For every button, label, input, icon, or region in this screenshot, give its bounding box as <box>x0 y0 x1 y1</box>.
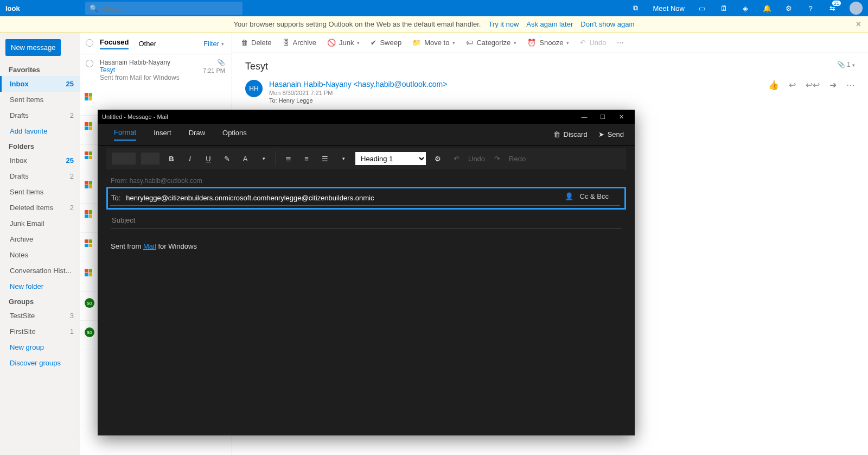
folder-deleted[interactable]: Deleted Items2 <box>0 200 80 216</box>
reply-all-icon[interactable]: ↩↩ <box>806 80 820 90</box>
new-message-button[interactable]: New message <box>5 39 61 56</box>
send-button[interactable]: ➤Send <box>598 130 624 138</box>
sidebar-item-label: FirstSite <box>10 327 36 336</box>
folder-archive[interactable]: Archive <box>0 231 80 247</box>
sidebar-item-inbox[interactable]: Inbox 25 <box>0 76 80 92</box>
discard-button[interactable]: 🗑Discard <box>553 130 588 138</box>
categorize-button[interactable]: 🏷Categorize▾ <box>466 39 516 47</box>
folder-drafts[interactable]: Drafts2 <box>0 168 80 184</box>
tab-format[interactable]: Format <box>114 128 136 141</box>
sidebar-item-label: Inbox <box>10 156 27 165</box>
action-label: Archive <box>293 39 316 47</box>
folder-sent[interactable]: Sent Items <box>0 184 80 200</box>
highlight-button[interactable]: ✎ <box>220 155 233 163</box>
add-favorite-link[interactable]: Add favorite <box>0 123 80 139</box>
maximize-button[interactable]: ☐ <box>593 110 612 124</box>
sidebar-item-sent[interactable]: Sent Items <box>0 92 80 108</box>
snooze-button[interactable]: ⏰Snooze▾ <box>527 39 569 47</box>
align-button[interactable]: ☰ <box>318 155 331 163</box>
minimize-button[interactable]: — <box>575 110 593 124</box>
subject-field[interactable]: Subject <box>111 212 622 229</box>
to-label: To: <box>111 194 120 202</box>
reply-icon[interactable]: ↩ <box>789 80 796 90</box>
filter-button[interactable]: Filter▾ <box>203 40 224 48</box>
banner-close-icon[interactable]: ✕ <box>856 20 861 28</box>
like-icon[interactable]: 👍 <box>768 80 779 90</box>
to-input[interactable] <box>126 194 619 202</box>
bullets-button[interactable]: ≣ <box>282 155 295 163</box>
calendar-icon[interactable]: 🗓 <box>719 4 728 12</box>
folder-inbox[interactable]: Inbox25 <box>0 153 80 168</box>
bell-icon[interactable]: 🔔 <box>763 4 771 12</box>
tab-focused[interactable]: Focused <box>100 38 129 49</box>
launcher-icon[interactable]: ⇆21 <box>828 4 837 12</box>
bold-button[interactable]: B <box>165 155 178 163</box>
mail-link[interactable]: Mail <box>143 242 156 250</box>
meet-now-button[interactable]: Meet Now <box>653 4 685 12</box>
teams-icon[interactable]: ▭ <box>698 4 706 12</box>
underline-button[interactable]: U <box>202 155 215 163</box>
banner-try-link[interactable]: Try it now <box>488 20 519 28</box>
groups-header[interactable]: Groups <box>0 294 80 308</box>
folder-notes[interactable]: Notes <box>0 247 80 263</box>
more-button[interactable]: ⋯ <box>617 39 624 47</box>
cc-bcc-button[interactable]: Cc & Bcc <box>580 192 609 200</box>
to-line: To: Henry Legge <box>269 97 447 104</box>
sidebar-item-drafts[interactable]: Drafts 2 <box>0 108 80 123</box>
italic-button[interactable]: I <box>183 155 196 163</box>
delete-button[interactable]: 🗑Delete <box>241 39 272 47</box>
sweep-icon: ✔ <box>371 39 376 47</box>
folder-conversation-history[interactable]: Conversation Hist... <box>0 263 80 279</box>
contacts-icon[interactable]: 👤 <box>565 192 573 200</box>
compose-body[interactable]: Sent from Mail for Windows <box>98 242 635 250</box>
undo-button[interactable]: ↶Undo <box>580 39 606 47</box>
favorites-header[interactable]: Favorites <box>0 62 80 76</box>
avatar[interactable] <box>850 2 863 15</box>
help-icon[interactable]: ? <box>806 4 815 12</box>
from-field[interactable]: From: hasy.habib@outlook.com <box>111 177 622 185</box>
undo-button[interactable]: ↶ <box>450 155 463 163</box>
gear-icon[interactable]: ⚙ <box>784 4 793 12</box>
group-testsite[interactable]: TestSite3 <box>0 308 80 324</box>
gear-icon[interactable]: ⚙ <box>431 155 444 163</box>
sweep-button[interactable]: ✔Sweep <box>371 39 401 47</box>
folder-junk[interactable]: Junk Email <box>0 216 80 231</box>
new-folder-link[interactable]: New folder <box>0 279 80 294</box>
font-family-select[interactable] <box>112 153 136 165</box>
message-item[interactable]: 📎 Hasanain Habib-Nayany Tesyt 7:21 PM Se… <box>80 54 232 86</box>
chevron-down-icon: ▾ <box>852 62 855 68</box>
numbering-button[interactable]: ≡ <box>300 155 313 163</box>
tips-icon[interactable]: ◈ <box>741 4 750 12</box>
folders-header[interactable]: Folders <box>0 139 80 153</box>
tab-insert[interactable]: Insert <box>154 129 171 140</box>
launcher-badge: 21 <box>832 1 841 6</box>
tab-options[interactable]: Options <box>222 129 247 140</box>
font-size-select[interactable] <box>141 153 159 165</box>
select-all-circle[interactable] <box>86 39 93 47</box>
archive-button[interactable]: 🗄Archive <box>283 39 316 47</box>
banner-dont-link[interactable]: Don't show again <box>580 20 634 28</box>
to-field[interactable]: To: <box>110 191 620 206</box>
chevron-down-icon[interactable]: ▾ <box>257 156 270 161</box>
search-input[interactable] <box>103 4 238 12</box>
attachment-count[interactable]: 📎 1 ▾ <box>837 61 855 68</box>
group-firstsite[interactable]: FirstSite1 <box>0 324 80 339</box>
new-group-link[interactable]: New group <box>0 339 80 355</box>
discover-groups-link[interactable]: Discover groups <box>0 355 80 371</box>
search-bar[interactable]: 🔍 <box>85 2 242 15</box>
font-color-button[interactable]: A <box>239 155 252 163</box>
style-select[interactable]: Heading 1 <box>355 152 426 165</box>
video-icon[interactable]: ⧉ <box>631 4 640 12</box>
from-line: Hasanain Habib-Nayany <hasy.habib@outloo… <box>269 80 447 89</box>
select-circle[interactable] <box>86 60 93 67</box>
move-button[interactable]: 📁Move to▾ <box>412 39 455 47</box>
redo-button[interactable]: ↷ <box>490 155 503 163</box>
banner-later-link[interactable]: Ask again later <box>526 20 573 28</box>
forward-icon[interactable]: ➜ <box>829 80 837 90</box>
tab-draw[interactable]: Draw <box>189 129 205 140</box>
more-icon[interactable]: ⋯ <box>846 80 855 90</box>
tab-other[interactable]: Other <box>138 40 156 48</box>
close-button[interactable]: ✕ <box>612 110 630 124</box>
junk-button[interactable]: 🚫Junk▾ <box>327 39 360 47</box>
chevron-down-icon[interactable]: ▾ <box>337 156 350 161</box>
